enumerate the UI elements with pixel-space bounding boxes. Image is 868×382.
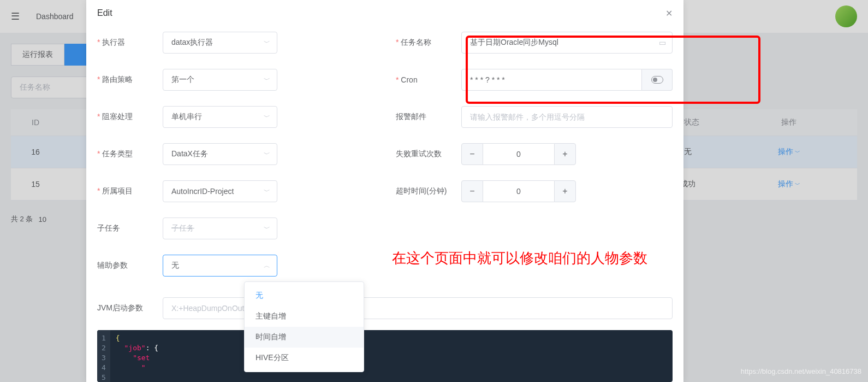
task-name-input[interactable] [461,32,673,54]
label-cron: Cron [396,75,461,84]
dropdown-option-time[interactable]: 时间自增 [245,327,364,348]
modal-title: Edit [97,8,112,17]
row-cron: Cron [396,69,673,91]
row-alarm: 报警邮件 [396,106,673,128]
timeout-stepper: − 0 + [461,180,576,202]
field-retry: − 0 + [461,143,673,165]
increase-button[interactable]: + [554,143,576,165]
field-task-name: ▭ [461,32,673,54]
field-executor: datax执行器 ﹀ [163,32,374,54]
label-alarm: 报警邮件 [396,112,461,122]
retry-stepper: − 0 + [461,143,576,165]
label-aux: 辅助参数 [97,261,163,271]
toggle-icon [651,76,663,84]
row-task-type: 任务类型 DataX任务 ﹀ [97,143,374,165]
label-block: 阻塞处理 [97,112,163,122]
subtask-select[interactable]: 子任务 ﹀ [163,218,277,239]
project-select[interactable]: AutoIncrID-Project ﹀ [163,180,277,202]
decrease-button[interactable]: − [461,180,483,202]
label-project: 所属项目 [97,186,163,196]
row-timeout: 超时时间(分钟) − 0 + [396,180,673,202]
cron-toggle-button[interactable] [642,69,673,91]
label-retry: 失败重试次数 [396,149,461,159]
aux-select[interactable]: 无 ︿ [163,255,277,277]
timeout-value[interactable]: 0 [483,180,554,202]
row-executor: 执行器 datax执行器 ﹀ [97,32,374,54]
label-executor: 执行器 [97,38,163,48]
watermark: https://blog.csdn.net/weixin_40816738 [741,367,861,375]
field-alarm [461,106,673,128]
jvm-input[interactable]: X:+HeapDumpOnOutOfMemoryError [163,297,673,319]
annotation-text: 在这个页面中就可以修改咱们的人物参数 [392,249,647,268]
dropdown-option-hive[interactable]: HIVE分区 [245,348,364,368]
label-task-name: 任务名称 [396,38,461,48]
chevron-down-icon: ﹀ [264,75,270,85]
card-icon: ▭ [659,38,666,47]
row-subtask: 子任务 子任务 ﹀ [97,218,374,239]
field-cron [461,69,673,91]
chevron-down-icon: ﹀ [264,224,270,233]
decrease-button[interactable]: − [461,143,483,165]
row-aux: 辅助参数 无 ︿ [97,255,374,277]
chevron-down-icon: ﹀ [264,187,270,196]
field-aux: 无 ︿ [163,255,374,277]
retry-value[interactable]: 0 [483,143,554,165]
label-jvm: JVM启动参数 [97,303,163,313]
chevron-up-icon: ︿ [264,261,270,271]
dropdown-option-pk[interactable]: 主键自增 [245,306,364,327]
edit-modal: Edit ✕ 执行器 datax执行器 ﹀ 路由策略 第一个 ﹀ [86,0,683,382]
field-route: 第一个 ﹀ [163,69,374,91]
label-task-type: 任务类型 [97,149,163,159]
modal-header: Edit ✕ [86,0,683,26]
row-retry: 失败重试次数 − 0 + [396,143,673,165]
field-subtask: 子任务 ﹀ [163,218,374,239]
row-task-name: 任务名称 ▭ [396,32,673,54]
field-timeout: − 0 + [461,180,673,202]
task-type-select[interactable]: DataX任务 ﹀ [163,143,277,165]
dropdown-option-none[interactable]: 无 [245,285,364,306]
field-block: 单机串行 ﹀ [163,106,374,128]
field-task-type: DataX任务 ﹀ [163,143,374,165]
increase-button[interactable]: + [554,180,576,202]
label-subtask: 子任务 [97,224,163,233]
route-select[interactable]: 第一个 ﹀ [163,69,277,91]
row-project: 所属项目 AutoIncrID-Project ﹀ [97,180,374,202]
executor-select[interactable]: datax执行器 ﹀ [163,32,277,54]
chevron-down-icon: ﹀ [264,113,270,122]
aux-dropdown: 无 主键自增 时间自增 HIVE分区 [244,281,364,372]
label-route: 路由策略 [97,75,163,85]
chevron-down-icon: ﹀ [264,38,270,48]
label-timeout: 超时时间(分钟) [396,186,461,196]
close-icon[interactable]: ✕ [665,8,673,19]
cron-input[interactable] [461,69,642,91]
json-editor[interactable]: 1 2 3 4 5 { "job": { "set " [97,330,673,382]
row-route: 路由策略 第一个 ﹀ [97,69,374,91]
left-column: 执行器 datax执行器 ﹀ 路由策略 第一个 ﹀ [97,32,374,292]
row-jvm: JVM启动参数 X:+HeapDumpOnOutOfMemoryError [97,297,673,319]
code-gutter: 1 2 3 4 5 [97,330,110,382]
row-block: 阻塞处理 单机串行 ﹀ [97,106,374,128]
alarm-input[interactable] [461,106,673,128]
chevron-down-icon: ﹀ [264,150,270,159]
code-content: { "job": { "set " [110,330,164,382]
field-project: AutoIncrID-Project ﹀ [163,180,374,202]
block-select[interactable]: 单机串行 ﹀ [163,106,277,128]
